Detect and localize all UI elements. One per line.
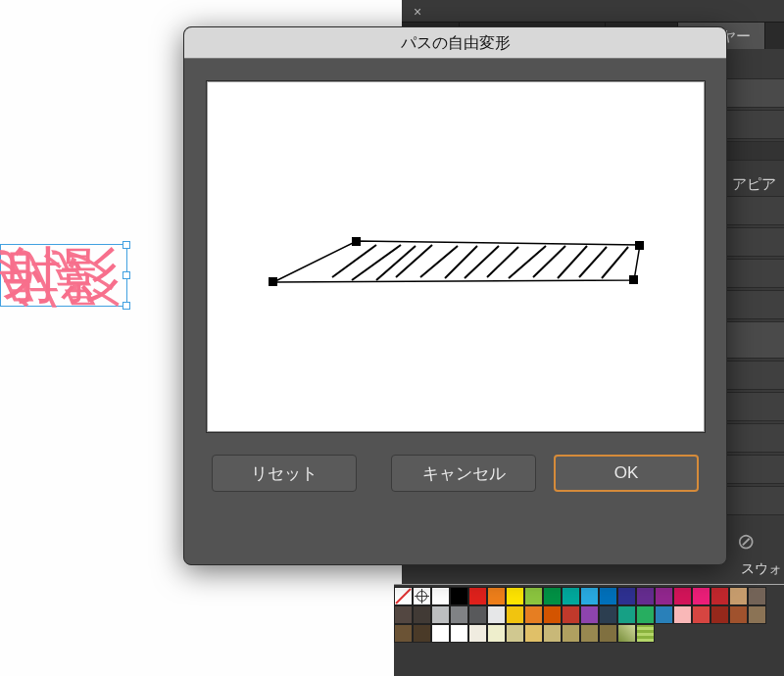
svg-line-14 [533, 246, 565, 277]
swatch-registration-icon[interactable] [413, 587, 431, 605]
svg-line-11 [465, 246, 499, 278]
color-swatch[interactable] [617, 587, 636, 605]
color-swatch[interactable] [450, 624, 468, 643]
color-swatch[interactable] [506, 624, 524, 643]
color-swatch[interactable] [543, 624, 562, 643]
cancel-button[interactable]: キャンセル [391, 455, 536, 492]
color-swatch[interactable] [580, 624, 599, 643]
free-distort-dialog: パスの自由変形 [183, 26, 727, 565]
color-swatch[interactable] [673, 605, 692, 624]
selection-handle-e[interactable] [122, 271, 130, 279]
distort-handle-nw [352, 237, 361, 246]
swatches-panel [394, 584, 784, 676]
color-swatch[interactable] [655, 605, 673, 624]
color-swatch[interactable] [431, 624, 450, 643]
color-swatch[interactable] [599, 605, 617, 624]
color-swatch[interactable] [673, 587, 692, 605]
color-swatch[interactable] [450, 605, 468, 624]
artwork-selection[interactable]: 射影 射影 [0, 244, 127, 369]
color-swatch[interactable] [468, 587, 487, 605]
color-swatch[interactable] [617, 605, 636, 624]
color-swatch[interactable] [599, 624, 617, 643]
distort-handle-ne [635, 241, 644, 250]
color-swatch[interactable] [543, 587, 562, 605]
not-allowed-icon[interactable]: ⊘ [737, 529, 755, 555]
color-swatch[interactable] [450, 587, 468, 605]
color-swatch[interactable] [487, 587, 506, 605]
color-swatch[interactable] [543, 605, 562, 624]
dialog-body: リセット キャンセル OK [184, 59, 726, 513]
color-swatch[interactable] [729, 587, 748, 605]
color-swatch[interactable] [506, 605, 524, 624]
ok-button[interactable]: OK [554, 455, 699, 492]
swatch-pattern[interactable] [636, 624, 655, 643]
color-swatch[interactable] [487, 624, 506, 643]
color-swatch[interactable] [431, 587, 450, 605]
appearance-label[interactable]: アピア [724, 170, 784, 199]
color-swatch[interactable] [562, 605, 580, 624]
color-swatch[interactable] [524, 624, 543, 643]
color-swatch[interactable] [394, 624, 413, 643]
distort-preview[interactable] [206, 80, 706, 433]
color-swatch[interactable] [431, 605, 450, 624]
color-swatch[interactable] [580, 587, 599, 605]
selection-handle-ne[interactable] [122, 241, 130, 249]
color-swatch[interactable] [562, 587, 580, 605]
svg-line-10 [445, 246, 477, 278]
color-swatch[interactable] [636, 605, 655, 624]
svg-line-0 [396, 589, 411, 604]
color-swatch[interactable] [524, 605, 543, 624]
color-swatch[interactable] [562, 624, 580, 643]
close-icon[interactable]: × [414, 4, 421, 20]
distort-handle-sw [269, 277, 277, 286]
color-swatch[interactable] [710, 587, 729, 605]
color-swatch[interactable] [580, 605, 599, 624]
color-swatch[interactable] [748, 605, 766, 624]
swatches-label[interactable]: スウォ [741, 560, 782, 578]
distort-handle-se [629, 275, 638, 284]
color-swatch[interactable] [413, 605, 431, 624]
color-swatch[interactable] [692, 605, 710, 624]
color-swatch[interactable] [413, 624, 431, 643]
color-swatch[interactable] [710, 605, 729, 624]
color-swatch[interactable] [599, 587, 617, 605]
svg-line-7 [376, 246, 416, 280]
color-swatch[interactable] [655, 587, 673, 605]
reset-button[interactable]: リセット [212, 455, 357, 492]
swatch-none-icon[interactable] [394, 587, 413, 605]
color-swatch[interactable] [468, 605, 487, 624]
color-swatch[interactable] [394, 605, 413, 624]
color-swatch[interactable] [468, 624, 487, 643]
swatch-pattern[interactable] [617, 624, 636, 643]
color-swatch[interactable] [692, 587, 710, 605]
dialog-button-row: リセット キャンセル OK [206, 455, 705, 492]
color-swatch[interactable] [748, 587, 766, 605]
color-swatch[interactable] [506, 587, 524, 605]
color-swatch[interactable] [524, 587, 543, 605]
svg-line-6 [352, 245, 401, 280]
color-swatch[interactable] [636, 587, 655, 605]
dialog-title[interactable]: パスの自由変形 [184, 27, 726, 59]
color-swatch[interactable] [487, 605, 506, 624]
distorted-path-preview[interactable] [264, 233, 656, 302]
svg-line-17 [602, 247, 628, 278]
color-swatch[interactable] [729, 605, 748, 624]
